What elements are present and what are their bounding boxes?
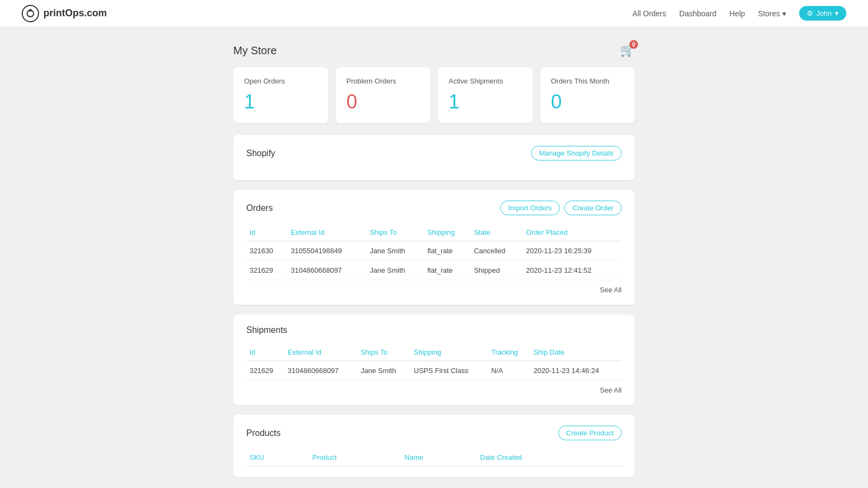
ship-col-id: Id <box>246 344 284 361</box>
table-row: 321629 3104860668097 Jane Smith USPS Fir… <box>246 361 622 381</box>
orders-table: Id External Id Ships To Shipping State O… <box>246 224 622 280</box>
col-external-id: External Id <box>288 224 367 241</box>
products-section: Products Create Product SKU Product Name… <box>233 415 635 477</box>
ship-col-external-id: External Id <box>284 344 358 361</box>
col-ships-to: Ships To <box>367 224 424 241</box>
chevron-down-icon-user: ▾ <box>835 9 839 17</box>
manage-shopify-button[interactable]: Manage Shopify Details <box>531 146 622 160</box>
prod-col-name: Name <box>401 449 477 466</box>
nav-stores-button[interactable]: Stores ▾ <box>758 9 786 18</box>
ship-id: 321629 <box>246 361 284 381</box>
nav-links: All Orders Dashboard Help Stores ▾ ⚙ Joh… <box>633 6 846 21</box>
col-order-placed: Order Placed <box>523 224 622 241</box>
shipments-header: Shipments <box>246 325 622 335</box>
shipments-table-head: Id External Id Ships To Shipping Trackin… <box>246 344 622 361</box>
main-content: My Store 🛒 0 Open Orders 1 Problem Order… <box>222 27 646 488</box>
nav-all-orders[interactable]: All Orders <box>633 9 666 18</box>
order-state: Cancelled <box>471 241 523 261</box>
orders-table-body: 321630 3105504198849 Jane Smith flat_rat… <box>246 241 622 280</box>
shipments-see-all[interactable]: See All <box>246 386 622 394</box>
nav-dashboard[interactable]: Dashboard <box>679 9 717 18</box>
user-menu-button[interactable]: ⚙ John ▾ <box>799 6 846 21</box>
store-header: My Store 🛒 0 <box>233 43 635 57</box>
stat-value-active-shipments: 1 <box>449 91 522 113</box>
stat-card-open-orders: Open Orders 1 <box>233 67 328 123</box>
ship-date: 2020-11-23 14:46:24 <box>530 361 622 381</box>
stat-value-orders-month: 0 <box>551 91 624 113</box>
gear-icon: ⚙ <box>807 9 813 17</box>
svg-point-0 <box>22 5 39 22</box>
order-placed: 2020-11-23 12:41:52 <box>523 261 622 280</box>
stat-card-active-shipments: Active Shipments 1 <box>438 67 533 123</box>
stat-label-open-orders: Open Orders <box>244 77 317 85</box>
products-title: Products <box>246 428 280 438</box>
shopify-title: Shopify <box>246 149 275 158</box>
order-id: 321630 <box>246 241 288 261</box>
shipments-table: Id External Id Ships To Shipping Trackin… <box>246 344 622 381</box>
shipments-section: Shipments Id External Id Ships To Shippi… <box>233 314 635 405</box>
prod-col-product: Product <box>309 449 401 466</box>
orders-section: Orders Import Orders Create Order Id Ext… <box>233 190 635 305</box>
cart-badge: 0 <box>629 40 638 49</box>
prod-col-date-created: Date Created <box>477 449 622 466</box>
ship-col-shipping: Shipping <box>411 344 488 361</box>
orders-table-head: Id External Id Ships To Shipping State O… <box>246 224 622 241</box>
shopify-header: Shopify Manage Shopify Details <box>246 146 622 160</box>
ship-col-ships-to: Ships To <box>358 344 411 361</box>
order-state: Shipped <box>471 261 523 280</box>
orders-header: Orders Import Orders Create Order <box>246 201 622 215</box>
col-shipping: Shipping <box>424 224 471 241</box>
store-title: My Store <box>233 44 277 57</box>
shopify-section: Shopify Manage Shopify Details <box>233 135 635 180</box>
products-table: SKU Product Name Date Created <box>246 449 622 466</box>
brand: printOps.com <box>22 5 107 22</box>
ship-col-ship-date: Ship Date <box>530 344 622 361</box>
cart-button[interactable]: 🛒 0 <box>620 43 635 57</box>
order-id: 321629 <box>246 261 288 280</box>
order-external-id: 3105504198849 <box>288 241 367 261</box>
import-orders-button[interactable]: Import Orders <box>500 201 560 215</box>
col-id: Id <box>246 224 288 241</box>
products-table-head: SKU Product Name Date Created <box>246 449 622 466</box>
brand-icon <box>22 5 39 22</box>
shipments-title: Shipments <box>246 325 288 335</box>
orders-see-all-link[interactable]: See All <box>600 286 622 294</box>
ship-external-id: 3104860668097 <box>284 361 358 381</box>
ship-tracking: N/A <box>488 361 530 381</box>
shipments-table-body: 321629 3104860668097 Jane Smith USPS Fir… <box>246 361 622 381</box>
order-external-id: 3104860668097 <box>288 261 367 280</box>
order-ships-to: Jane Smith <box>367 261 424 280</box>
ship-shipping: USPS First Class <box>411 361 488 381</box>
stat-label-active-shipments: Active Shipments <box>449 77 522 85</box>
navbar: printOps.com All Orders Dashboard Help S… <box>0 0 868 27</box>
chevron-down-icon: ▾ <box>782 9 786 18</box>
ship-col-tracking: Tracking <box>488 344 530 361</box>
products-header: Products Create Product <box>246 426 622 440</box>
table-row: 321629 3104860668097 Jane Smith flat_rat… <box>246 261 622 280</box>
stat-card-orders-month: Orders This Month 0 <box>540 67 635 123</box>
create-product-button[interactable]: Create Product <box>558 426 622 440</box>
stat-value-problem-orders: 0 <box>347 91 420 113</box>
brand-name: printOps.com <box>43 8 107 19</box>
stat-label-problem-orders: Problem Orders <box>347 77 420 85</box>
order-placed: 2020-11-23 16:25:39 <box>523 241 622 261</box>
stat-label-orders-month: Orders This Month <box>551 77 624 85</box>
table-row: 321630 3105504198849 Jane Smith flat_rat… <box>246 241 622 261</box>
order-shipping: flat_rate <box>424 241 471 261</box>
orders-actions: Import Orders Create Order <box>500 201 622 215</box>
stat-card-problem-orders: Problem Orders 0 <box>336 67 431 123</box>
stat-cards: Open Orders 1 Problem Orders 0 Active Sh… <box>233 67 635 123</box>
create-order-button[interactable]: Create Order <box>564 201 622 215</box>
stat-value-open-orders: 1 <box>244 91 317 113</box>
order-ships-to: Jane Smith <box>367 241 424 261</box>
order-shipping: flat_rate <box>424 261 471 280</box>
orders-see-all[interactable]: See All <box>246 286 622 294</box>
col-state: State <box>471 224 523 241</box>
svg-point-2 <box>29 9 32 11</box>
ship-ships-to: Jane Smith <box>358 361 411 381</box>
shipments-see-all-link[interactable]: See All <box>600 386 622 394</box>
nav-help[interactable]: Help <box>730 9 745 18</box>
orders-title: Orders <box>246 203 273 213</box>
prod-col-sku: SKU <box>246 449 309 466</box>
